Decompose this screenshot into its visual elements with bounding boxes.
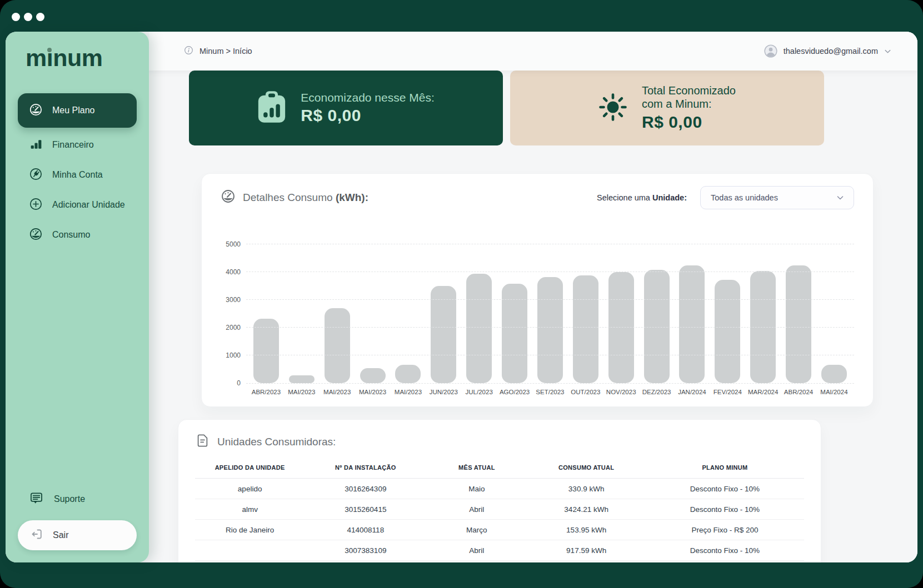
main-content: Minum > Início thalesviduedo@gmail.com — [149, 32, 917, 562]
table-cell: Abril — [426, 505, 527, 514]
gauge-icon — [29, 227, 43, 243]
sidebar-item-consumo[interactable]: Consumo — [18, 222, 137, 248]
sidebar-item-financeiro[interactable]: Financeiro — [18, 132, 137, 158]
bar-MAI/2023 — [360, 368, 386, 383]
x-tick-label: FEV/2024 — [710, 389, 745, 395]
x-tick-label: JUL/2023 — [461, 389, 497, 395]
table-cell: Preço Fixo - R$ 200 — [646, 526, 804, 534]
y-tick-label: 4000 — [226, 268, 241, 276]
table-cell: 414008118 — [305, 526, 426, 534]
sidebar-item-adicionar-unidade[interactable]: Adicionar Unidade — [18, 192, 137, 218]
gridline — [246, 355, 854, 355]
bar-JUN/2023 — [431, 286, 456, 383]
table-cell: almv — [195, 505, 305, 514]
sidebar-item-suporte[interactable]: Suporte — [18, 487, 137, 511]
logout-button[interactable]: Sair — [18, 520, 137, 550]
plus-circle-icon — [29, 197, 43, 213]
unit-selector: Selecione uma Unidade: Todas as unidades — [597, 186, 854, 209]
window-dot[interactable] — [36, 13, 44, 21]
x-tick-label: SET/2023 — [532, 389, 568, 395]
window-dot[interactable] — [24, 13, 32, 21]
table-header-row: Apelido da UnidadeNº da InstalaçãoMês At… — [195, 464, 804, 479]
saved-month-label: Economizado nesse Mês: — [301, 91, 434, 104]
bar-slot — [320, 308, 355, 384]
saved-month-card: Economizado nesse Mês: R$ 0,00 — [189, 71, 503, 145]
gridline — [246, 327, 854, 328]
window-dot[interactable] — [12, 13, 20, 21]
table-cell: Março — [426, 526, 527, 534]
avatar-icon — [764, 44, 778, 58]
chart-plot — [246, 228, 854, 384]
chevron-down-icon — [884, 47, 892, 56]
x-tick-label: MAI/2024 — [816, 389, 852, 395]
bar-AGO/2023 — [502, 284, 527, 384]
column-header: Nº da Instalação — [305, 464, 426, 478]
sidebar-item-label: Financeiro — [52, 140, 94, 150]
table-cell: Desconto Fixo - 10% — [646, 546, 804, 555]
bar-slot — [568, 275, 603, 383]
table-cell: 3015260415 — [305, 505, 426, 514]
y-tick-label: 1000 — [226, 351, 241, 359]
unit-select[interactable]: Todas as unidades — [700, 186, 854, 209]
sidebar-item-meu-plano[interactable]: Meu Plano — [18, 93, 137, 128]
saved-total-value: R$ 0,00 — [642, 113, 736, 132]
gridline — [246, 272, 854, 272]
bar-MAI/2023 — [395, 365, 421, 384]
saved-month-text: Economizado nesse Mês: R$ 0,00 — [301, 91, 434, 125]
bar-slot — [675, 265, 710, 383]
x-tick-label: ABR/2024 — [781, 389, 816, 395]
bar-MAI/2024 — [821, 365, 847, 384]
table-row: almv3015260415Abril3424.21 kWhDesconto F… — [195, 499, 804, 520]
units-panel: Unidades Consumidoras: Apelido da Unidad… — [178, 419, 821, 562]
table-cell: Desconto Fixo - 10% — [646, 485, 804, 493]
scroll-area[interactable]: Economizado nesse Mês: R$ 0,00 — [149, 71, 917, 562]
bar-slot — [710, 280, 745, 384]
table-cell: 917.59 kWh — [527, 546, 646, 555]
saved-total-label: Total Economizado com a Minum: — [642, 84, 736, 110]
unit-select-value: Todas as unidades — [711, 193, 778, 202]
y-tick-label: 0 — [237, 379, 241, 387]
x-tick-label: AGO/2023 — [497, 389, 532, 395]
window-controls[interactable] — [12, 13, 44, 21]
units-table: Apelido da UnidadeNº da InstalaçãoMês At… — [195, 464, 804, 562]
window-frame: mınum Meu Plano — [0, 0, 923, 588]
table-cell: 153.95 kWh — [527, 526, 646, 534]
y-tick-label: 2000 — [226, 324, 241, 331]
x-tick-label: NOV/2023 — [603, 389, 639, 395]
saved-total-text: Total Economizado com a Minum: R$ 0,00 — [642, 84, 736, 131]
bar-chart: 010002000300040005000 — [221, 228, 854, 384]
gauge-icon — [29, 103, 43, 119]
x-tick-label: JAN/2024 — [675, 389, 710, 395]
gridline — [246, 244, 854, 244]
chart-y-axis: 010002000300040005000 — [221, 228, 246, 384]
top-bar: Minum > Início thalesviduedo@gmail.com — [149, 32, 917, 71]
bar-slot — [355, 368, 391, 383]
table-row: 3007383109Abril917.59 kWhDesconto Fixo -… — [195, 540, 804, 561]
saved-month-value: R$ 0,00 — [301, 106, 434, 125]
unit-selector-label: Selecione uma Unidade: — [597, 193, 687, 202]
app-window: mınum Meu Plano — [6, 32, 917, 562]
bar-slot — [532, 277, 568, 384]
x-tick-label: MAI/2023 — [320, 389, 355, 395]
user-email: thalesviduedo@gmail.com — [784, 47, 878, 56]
bar-FEV/2024 — [715, 280, 740, 384]
x-tick-label: MAI/2023 — [355, 389, 391, 395]
clipboard-chart-icon — [257, 91, 286, 125]
x-tick-label: MAI/2023 — [284, 389, 320, 395]
bar-DEZ/2023 — [644, 270, 670, 384]
table-cell: Maio — [426, 485, 527, 493]
bar-slot — [781, 265, 816, 383]
breadcrumb-text: Minum > Início — [199, 47, 252, 56]
table-cell: 3016264309 — [305, 485, 426, 493]
bar-JUL/2023 — [466, 274, 492, 384]
consumption-title: Detalhes Consumo (kWh): — [221, 189, 368, 207]
x-tick-label: MAI/2023 — [391, 389, 426, 395]
bar-slot — [497, 284, 532, 384]
table-cell: apelido — [195, 485, 305, 493]
bar-SET/2023 — [537, 277, 563, 384]
sidebar-item-label: Minha Conta — [52, 170, 103, 180]
sidebar-item-minha-conta[interactable]: Minha Conta — [18, 162, 137, 188]
bar-chart-icon — [29, 137, 43, 153]
user-menu[interactable]: thalesviduedo@gmail.com — [764, 44, 892, 58]
table-cell: Abril — [426, 546, 527, 555]
